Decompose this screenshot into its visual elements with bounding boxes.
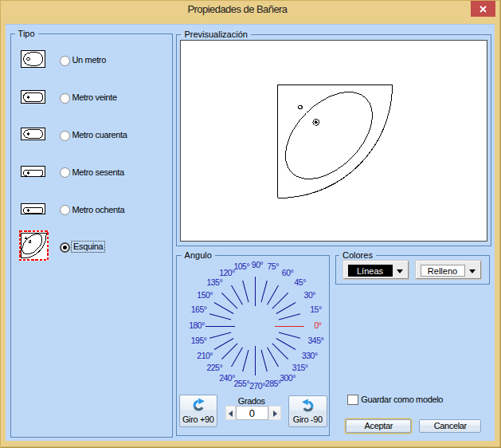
svg-text:345°: 345°	[307, 336, 323, 345]
svg-text:105°: 105°	[233, 261, 249, 271]
svg-text:75°: 75°	[267, 261, 279, 271]
svg-text:45°: 45°	[294, 277, 306, 287]
svg-text:90°: 90°	[251, 259, 263, 269]
svg-text:135°: 135°	[206, 277, 222, 287]
svg-text:165°: 165°	[190, 305, 206, 314]
svg-text:15°: 15°	[310, 305, 322, 314]
svg-text:285°: 285°	[264, 379, 280, 388]
svg-text:240°: 240°	[219, 372, 235, 382]
svg-text:255°: 255°	[233, 379, 249, 388]
svg-text:30°: 30°	[303, 289, 315, 299]
svg-text:330°: 330°	[301, 350, 317, 360]
svg-text:300°: 300°	[280, 372, 296, 382]
svg-text:0°: 0°	[314, 320, 321, 329]
svg-text:150°: 150°	[197, 289, 213, 299]
svg-text:195°: 195°	[190, 336, 206, 345]
svg-text:180°: 180°	[189, 320, 205, 329]
svg-text:225°: 225°	[206, 363, 222, 372]
svg-text:120°: 120°	[219, 267, 235, 277]
svg-text:60°: 60°	[281, 267, 293, 277]
svg-text:270°: 270°	[249, 380, 265, 390]
svg-text:210°: 210°	[197, 350, 213, 360]
svg-text:315°: 315°	[292, 363, 307, 372]
